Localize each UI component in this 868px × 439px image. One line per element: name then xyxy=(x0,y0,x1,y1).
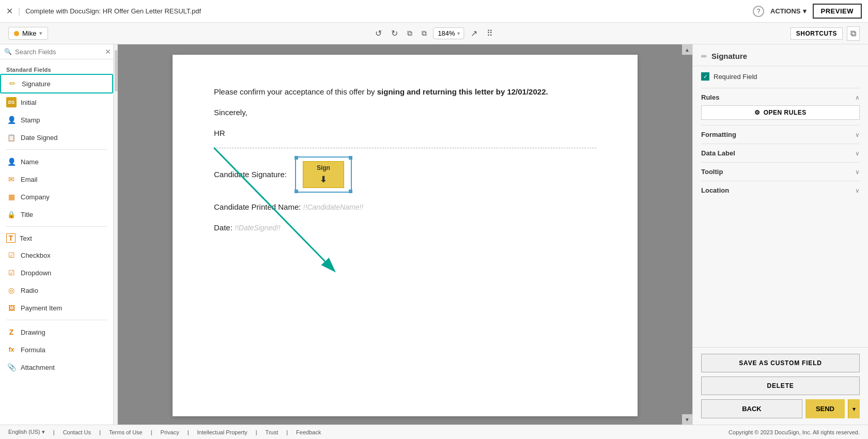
close-icon[interactable]: ✕ xyxy=(6,6,13,16)
formatting-chevron: ∨ xyxy=(855,131,860,138)
attachment-field-label: Attachment xyxy=(21,364,55,371)
date-signed-field-icon: 📋 xyxy=(6,132,17,143)
field-item-radio[interactable]: ◎ Radio xyxy=(0,281,113,299)
field-item-stamp[interactable]: 👤 Stamp xyxy=(0,111,113,129)
field-item-title[interactable]: 🔒 Title xyxy=(0,206,113,223)
left-scrollbar[interactable] xyxy=(114,44,118,425)
user-selector[interactable]: Mike ▾ xyxy=(8,27,48,40)
attachment-field-icon: 📎 xyxy=(6,362,17,372)
right-edit-icon: ✏ xyxy=(701,52,707,60)
candidate-name-placeholder: !!CandidateName!! xyxy=(303,203,364,211)
field-item-dropdown[interactable]: ☑ Dropdown xyxy=(0,264,113,281)
back-button[interactable]: BACK xyxy=(701,399,802,418)
drawing-field-icon: Z xyxy=(6,327,17,337)
terms-link[interactable]: Terms of Use xyxy=(109,429,143,435)
signature-field-box[interactable]: Sign ⬇ xyxy=(295,156,352,193)
formula-field-label: Formula xyxy=(21,346,45,354)
doc-scroll-down[interactable]: ▼ xyxy=(682,414,692,425)
rules-label: Rules xyxy=(701,93,719,101)
undo-button[interactable]: ↺ xyxy=(372,26,385,40)
field-item-formula[interactable]: fx Formula xyxy=(0,341,113,358)
copyright-text: Copyright © 2023 DocuSign, Inc. All righ… xyxy=(729,429,860,435)
drawing-field-label: Drawing xyxy=(21,328,45,336)
signature-field-icon: ✏ xyxy=(7,79,18,89)
redo-button[interactable]: ↻ xyxy=(388,26,401,40)
required-checkbox[interactable]: ✓ xyxy=(701,72,709,81)
stamp-field-icon: 👤 xyxy=(6,115,17,125)
paragraph-hr: HR xyxy=(214,127,596,139)
help-icon[interactable]: ? xyxy=(753,6,764,17)
checkbox-field-label: Checkbox xyxy=(21,252,51,259)
field-item-attachment[interactable]: 📎 Attachment xyxy=(0,358,113,376)
right-panel-header: ✏ Signature xyxy=(693,44,868,66)
search-clear-icon[interactable]: ✕ xyxy=(105,48,111,56)
top-bar: ✕ | Complete with DocuSign: HR Offer Gen… xyxy=(0,0,868,23)
actions-button[interactable]: ACTIONS ▾ xyxy=(770,7,807,15)
signature-row: Candidate Signature: Sign ⬇ xyxy=(214,156,596,193)
privacy-link[interactable]: Privacy xyxy=(161,429,179,435)
preview-button[interactable]: PREVIEW xyxy=(813,4,862,19)
field-item-date-signed[interactable]: 📋 Date Signed xyxy=(0,129,113,146)
sig-corner-bl xyxy=(295,190,298,193)
company-field-icon: ▦ xyxy=(6,192,17,202)
route-button[interactable]: ↗ xyxy=(468,26,481,40)
trust-link[interactable]: Trust xyxy=(266,429,278,435)
dropdown-field-label: Dropdown xyxy=(21,269,51,277)
radio-field-label: Radio xyxy=(21,287,38,294)
document-area[interactable]: ▲ ▼ Please confirm your acceptance of th… xyxy=(118,44,692,425)
initial-field-label: Initial xyxy=(21,99,36,106)
copy2-button[interactable]: ⧉ xyxy=(847,26,860,41)
paste-button[interactable]: ⧉ xyxy=(419,27,430,40)
data-label-chevron: ∨ xyxy=(855,150,860,157)
copy-button[interactable]: ⧉ xyxy=(404,27,415,40)
field-item-text[interactable]: T Text xyxy=(0,230,113,246)
field-item-initial[interactable]: DS Initial xyxy=(0,93,113,111)
doc-scroll-up[interactable]: ▲ xyxy=(682,44,692,55)
grid-button[interactable]: ⠿ xyxy=(484,26,496,40)
data-label-label: Data Label xyxy=(701,149,735,157)
field-item-email[interactable]: ✉ Email xyxy=(0,170,113,188)
data-label-section[interactable]: Data Label ∨ xyxy=(701,144,860,162)
toolbar-left: Mike ▾ xyxy=(8,27,48,40)
field-item-checkbox[interactable]: ☑ Checkbox xyxy=(0,246,113,264)
zoom-control[interactable]: 184% ▾ xyxy=(433,27,464,39)
stamp-field-label: Stamp xyxy=(21,116,40,124)
divider1 xyxy=(6,149,107,150)
field-item-company[interactable]: ▦ Company xyxy=(0,188,113,206)
status-bar: English (US) ▾ | Contact Us | Terms of U… xyxy=(0,425,868,439)
field-item-drawing[interactable]: Z Drawing xyxy=(0,323,113,341)
text-field-label: Text xyxy=(20,234,32,242)
field-item-signature[interactable]: ✏ Signature xyxy=(0,74,113,93)
save-custom-field-button[interactable]: SAVE AS CUSTOM FIELD xyxy=(701,354,860,372)
payment-field-icon: 🖼 xyxy=(6,303,17,313)
fields-list: Standard Fields ✏ Signature DS Initial 👤… xyxy=(0,59,113,425)
zoom-chevron: ▾ xyxy=(457,30,460,36)
contact-link[interactable]: Contact Us xyxy=(63,429,91,435)
open-rules-button[interactable]: ⚙ OPEN RULES xyxy=(701,105,860,120)
right-panel-footer: SAVE AS CUSTOM FIELD DELETE BACK SEND ▾ xyxy=(693,347,868,425)
left-panel: 🔍 ✕ Standard Fields ✏ Signature DS Initi… xyxy=(0,44,114,425)
language-selector[interactable]: English (US) ▾ xyxy=(8,429,45,435)
right-panel: ✏ Signature ✓ Required Field Rules ∧ ⚙ O… xyxy=(692,44,868,425)
field-item-name[interactable]: 👤 Name xyxy=(0,153,113,170)
radio-field-icon: ◎ xyxy=(6,285,17,295)
delete-button[interactable]: DELETE xyxy=(701,377,860,395)
formatting-section[interactable]: Formatting ∨ xyxy=(701,125,860,144)
field-item-payment[interactable]: 🖼 Payment Item xyxy=(0,299,113,317)
toolbar-center: ↺ ↻ ⧉ ⧉ 184% ▾ ↗ ⠿ xyxy=(372,26,495,40)
location-section[interactable]: Location ∨ xyxy=(701,181,860,199)
feedback-link[interactable]: Feedback xyxy=(296,429,321,435)
tooltip-section[interactable]: Tooltip ∨ xyxy=(701,162,860,181)
sig-corner-br xyxy=(349,190,352,193)
text-field-icon: T xyxy=(6,233,16,243)
tooltip-label: Tooltip xyxy=(701,168,723,176)
company-field-label: Company xyxy=(21,193,50,201)
name-field-icon: 👤 xyxy=(6,156,17,167)
intellectual-link[interactable]: Intellectual Property xyxy=(197,429,247,435)
doc-content: Please confirm your acceptance of this o… xyxy=(214,86,596,234)
date-signed-field-label: Date Signed xyxy=(21,134,58,142)
send-dropdown-button[interactable]: ▾ xyxy=(848,399,860,418)
shortcuts-button[interactable]: SHORTCUTS xyxy=(791,27,843,40)
search-input[interactable] xyxy=(15,48,102,56)
send-button[interactable]: SEND xyxy=(805,399,845,418)
